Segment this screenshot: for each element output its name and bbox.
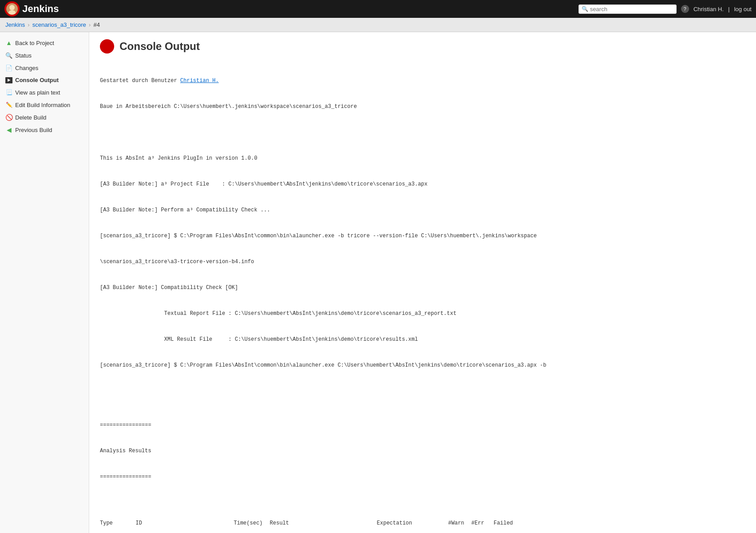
sidebar: ▲ Back to Project 🔍 Status 📄 Changes ▶ C… <box>0 32 89 533</box>
console-output-body: Gestartet durch Benutzer Christian H. Ba… <box>100 61 745 533</box>
th-id: ID <box>136 518 234 528</box>
results-table: Type ID Time(sec) Result Expectation #Wa… <box>100 518 521 533</box>
sidebar-item-console-output[interactable]: ▶ Console Output <box>0 74 89 86</box>
console-line-5: [A3 Builder Note:] a³ Project File : C:\… <box>100 180 745 188</box>
delete-icon: 🚫 <box>5 114 12 121</box>
sidebar-item-previous-build[interactable]: ◀ Previous Build <box>0 124 89 136</box>
sidebar-label-delete-build: Delete Build <box>15 114 46 121</box>
plain-text-icon: 📃 <box>5 89 12 96</box>
console-line-spacer <box>100 128 745 136</box>
sidebar-label-changes: Changes <box>15 65 38 71</box>
sidebar-item-delete-build[interactable]: 🚫 Delete Build <box>0 111 89 124</box>
console-line-10: Textual Report File : C:\Users\huembert\… <box>100 310 745 318</box>
sidebar-label-console-output: Console Output <box>15 77 59 83</box>
breadcrumb-sep-2: › <box>89 21 91 28</box>
user-info: Christian H. <box>694 6 724 12</box>
separator: | <box>728 6 730 12</box>
sidebar-label-edit-build-info: Edit Build Information <box>15 102 70 108</box>
sidebar-label-view-plain-text: View as plain text <box>15 89 60 96</box>
console-line-9: [A3 Builder Note:] Compatibility Check [… <box>100 284 745 292</box>
separator-2: ================ <box>100 473 745 481</box>
sidebar-item-view-plain-text[interactable]: 📃 View as plain text <box>0 86 89 99</box>
sidebar-label-back-to-project: Back to Project <box>15 40 54 46</box>
th-expectation: Expectation <box>377 518 448 528</box>
header-right: 🔍 ? Christian H. | log out <box>578 4 752 14</box>
analysis-label: Analysis Results <box>100 447 745 455</box>
sidebar-label-previous-build: Previous Build <box>15 127 52 133</box>
build-status-red-icon <box>100 39 114 54</box>
changes-icon: 📄 <box>5 64 12 71</box>
console-line-12: [scenarios_a3_tricore] $ C:\Program File… <box>100 361 745 369</box>
sidebar-item-changes[interactable]: 📄 Changes <box>0 62 89 74</box>
jenkins-logo[interactable]: Jenkins <box>4 1 59 17</box>
th-failed: Failed <box>494 518 521 528</box>
help-icon[interactable]: ? <box>681 5 689 13</box>
console-line-6: [A3 Builder Note:] Perform a³ Compatibil… <box>100 206 745 214</box>
search-box: 🔍 <box>578 4 677 14</box>
arrow-up-icon: ▲ <box>5 39 12 46</box>
prev-build-icon: ◀ <box>5 126 12 133</box>
sidebar-item-edit-build-info[interactable]: ✏️ Edit Build Information <box>0 99 89 111</box>
user-link[interactable]: Christian H. <box>180 78 219 84</box>
page-header: Console Output <box>100 39 745 54</box>
page-title: Console Output <box>120 40 200 53</box>
th-type: Type <box>100 518 136 528</box>
sidebar-item-back-to-project[interactable]: ▲ Back to Project <box>0 37 89 49</box>
th-time: Time(sec) <box>234 518 270 528</box>
breadcrumb-jenkins[interactable]: Jenkins <box>5 21 25 28</box>
sidebar-label-status: Status <box>15 52 32 59</box>
layout: ▲ Back to Project 🔍 Status 📄 Changes ▶ C… <box>0 32 756 533</box>
console-line-11: XML Result File : C:\Users\huembert\AbsI… <box>100 335 745 343</box>
console-line-4: This is AbsInt a³ Jenkins PlugIn in vers… <box>100 154 745 162</box>
status-icon: 🔍 <box>5 52 12 59</box>
th-err: #Err <box>471 518 494 528</box>
console-icon: ▶ <box>5 77 12 83</box>
th-warn: #Warn <box>448 518 471 528</box>
breadcrumb: Jenkins › scenarios_a3_tricore › #4 <box>0 18 756 32</box>
header: Jenkins 🔍 ? Christian H. | log out <box>0 0 756 18</box>
console-line-8: \scenarios_a3_tricore\a3-tricore-version… <box>100 258 745 266</box>
spacer-before-results <box>100 395 745 403</box>
main-content: Console Output Gestartet durch Benutzer … <box>89 32 756 533</box>
jenkins-logo-text: Jenkins <box>22 3 59 15</box>
console-line-2: Baue in Arbeitsbereich C:\Users\huembert… <box>100 103 745 111</box>
console-line-7: [scenarios_a3_tricore] $ C:\Program File… <box>100 232 745 240</box>
table-header-row: Type ID Time(sec) Result Expectation #Wa… <box>100 518 521 528</box>
breadcrumb-project[interactable]: scenarios_a3_tricore <box>32 21 86 28</box>
sidebar-item-status[interactable]: 🔍 Status <box>0 49 89 62</box>
separator-1: ================ <box>100 421 745 429</box>
edit-icon: ✏️ <box>5 101 12 108</box>
search-icon: 🔍 <box>582 6 588 12</box>
svg-point-2 <box>8 10 16 15</box>
console-line-1: Gestartet durch Benutzer Christian H. <box>100 77 745 85</box>
svg-point-1 <box>9 5 15 10</box>
logout-link[interactable]: log out <box>734 6 752 12</box>
table-spacer-row <box>100 528 521 533</box>
search-input[interactable] <box>590 6 673 12</box>
breadcrumb-build: #4 <box>93 21 99 28</box>
th-result: Result <box>270 518 377 528</box>
breadcrumb-sep-1: › <box>28 21 29 28</box>
jenkins-avatar-icon <box>4 1 20 17</box>
